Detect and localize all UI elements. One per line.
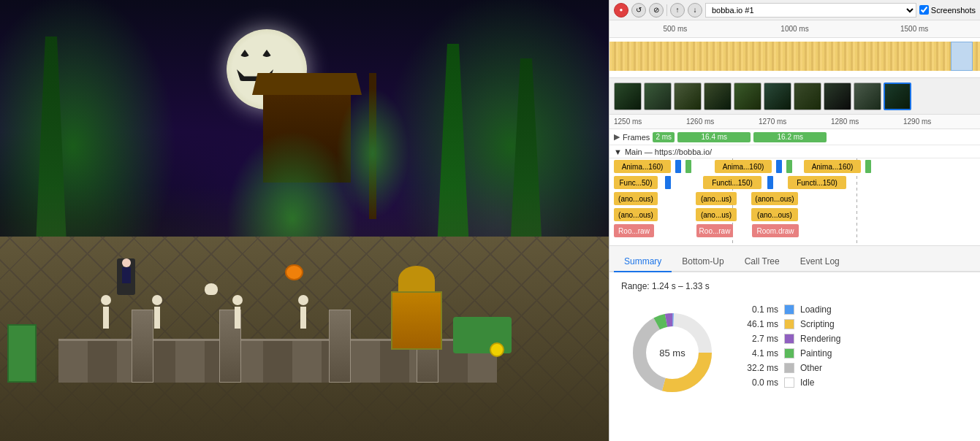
call-block-room-3[interactable]: Room.draw	[752, 224, 799, 237]
legend-painting-value: 4.1 ms	[738, 348, 778, 358]
skeleton-3	[227, 295, 248, 339]
pumpkin	[285, 264, 303, 280]
tabs-bar: Summary Bottom-Up Call Tree Event Log	[609, 246, 980, 272]
legend-painting-name: Painting	[800, 348, 832, 358]
overview-selection	[951, 42, 973, 71]
call-block-room-2[interactable]: Roo...raw	[696, 224, 733, 237]
call-block-anima-1[interactable]: Anima...160)	[614, 160, 671, 173]
screenshot-checkbox[interactable]	[919, 5, 929, 15]
frame-thumb-10-selected[interactable]	[884, 83, 911, 110]
clear-button[interactable]: ⊘	[649, 3, 664, 18]
tab-event-log[interactable]: Event Log	[790, 252, 850, 272]
frame-thumb-6[interactable]	[764, 83, 791, 110]
record-button[interactable]: ●	[614, 3, 628, 18]
overview-activity	[609, 42, 980, 71]
ruler-mark-1000: 1000 ms	[735, 25, 855, 33]
divider-1	[666, 4, 667, 16]
skeleton-2	[146, 295, 168, 339]
frames-label: Frames	[623, 133, 650, 142]
legend-scripting-value: 46.1 ms	[738, 319, 778, 329]
frame-block-2[interactable]: 16.4 ms	[677, 132, 751, 142]
thread-expand-icon[interactable]: ▼	[614, 147, 622, 156]
frame-thumb-2[interactable]	[644, 83, 672, 110]
legend: 0.1 ms Loading 46.1 ms Scripting 2.7 ms …	[738, 304, 840, 388]
screenshot-checkbox-area: Screenshots	[919, 5, 976, 15]
game-background	[0, 0, 609, 441]
overview-chart[interactable]	[609, 38, 980, 78]
call-block-anima-3[interactable]: Anima...160)	[804, 160, 861, 173]
toolbar: ● ↺ ⊘ ↑ ↓ bobba.io #1 Screenshots	[609, 0, 980, 20]
call-block-func-2[interactable]: Functi...150)	[703, 176, 761, 189]
legend-loading-value: 0.1 ms	[738, 304, 778, 315]
frame-thumb-3[interactable]	[674, 83, 702, 110]
frame-thumb-9[interactable]	[854, 83, 881, 110]
call-block-anon-2[interactable]: (ano...us)	[696, 192, 737, 205]
call-block-anon-3[interactable]: (anon...ous)	[751, 192, 798, 205]
upload-button[interactable]: ↑	[670, 3, 685, 18]
call-block-anima-2[interactable]: Anima...160)	[715, 160, 772, 173]
mini-blue-4	[767, 176, 773, 189]
legend-painting: 4.1 ms Painting	[738, 348, 840, 358]
sub-mark-1260: 1260 ms	[686, 118, 759, 126]
mini-blue-2	[776, 160, 782, 173]
frame-thumb-4[interactable]	[704, 83, 732, 110]
sub-ruler: 1250 ms 1260 ms 1270 ms 1280 ms 1290 ms	[609, 115, 980, 129]
tab-call-tree[interactable]: Call Tree	[734, 252, 790, 272]
devtools-panel: ● ↺ ⊘ ↑ ↓ bobba.io #1 Screenshots 500 ms…	[609, 0, 980, 441]
mini-green-1	[685, 160, 691, 173]
donut-chart: 85 ms	[621, 302, 723, 404]
loading-swatch	[784, 304, 794, 315]
screenshot-label: Screenshots	[931, 6, 976, 15]
frame-thumb-8[interactable]	[824, 83, 851, 110]
frame-thumb-5[interactable]	[734, 83, 761, 110]
main-thread-header: ▼ Main — https://bobba.io/	[609, 145, 980, 158]
other-swatch	[784, 363, 794, 373]
frames-row: ▶ Frames 2 ms 16.4 ms 16.2 ms	[609, 129, 980, 145]
skeleton-1	[95, 295, 117, 339]
frame-strip	[609, 78, 980, 115]
call-row-4: (ano...ous) (ano...us) (ano...ous)	[609, 207, 980, 223]
sub-mark-1280: 1280 ms	[831, 118, 903, 126]
legend-idle-value: 0.0 ms	[738, 377, 778, 388]
frame-block-1[interactable]: 2 ms	[653, 132, 675, 142]
sub-mark-1290: 1290 ms	[903, 118, 976, 126]
skeleton-4	[292, 295, 314, 339]
summary-content: 85 ms 0.1 ms Loading 46.1 ms Scripting 2…	[621, 302, 968, 404]
ruler-mark-1500: 1500 ms	[854, 25, 974, 33]
ruler-mark-500: 500 ms	[615, 25, 735, 33]
domed-building	[387, 266, 446, 353]
call-block-anon-6[interactable]: (ano...ous)	[751, 208, 798, 221]
legend-loading: 0.1 ms Loading	[738, 304, 840, 315]
legend-loading-name: Loading	[800, 304, 832, 315]
reload-button[interactable]: ↺	[631, 3, 646, 18]
legend-idle-name: Idle	[800, 377, 814, 388]
tab-summary[interactable]: Summary	[614, 252, 672, 272]
game-panel	[0, 0, 609, 441]
mini-green-2	[786, 160, 792, 173]
call-block-func-3[interactable]: Functi...150)	[788, 176, 846, 189]
legend-rendering-value: 2.7 ms	[738, 334, 778, 344]
call-stack: Anima...160) Anima...160) Anima...160) F…	[609, 158, 980, 246]
timeline-ruler: 500 ms 1000 ms 1500 ms	[609, 20, 980, 38]
call-row-5: Roo...raw Roo...raw Room.draw	[609, 223, 980, 239]
frame-thumb-1[interactable]	[614, 83, 642, 110]
frames-expand[interactable]: ▶	[614, 132, 620, 142]
legend-other: 32.2 ms Other	[738, 363, 840, 373]
idle-swatch	[784, 377, 794, 388]
profile-select[interactable]: bobba.io #1	[705, 3, 916, 18]
call-block-room-1[interactable]: Roo...raw	[614, 224, 654, 237]
legend-other-name: Other	[800, 363, 822, 373]
tab-bottom-up[interactable]: Bottom-Up	[672, 252, 734, 272]
frame-thumb-7[interactable]	[794, 83, 821, 110]
call-block-anon-5[interactable]: (ano...us)	[696, 208, 737, 221]
legend-rendering: 2.7 ms Rendering	[738, 334, 840, 344]
download-button[interactable]: ↓	[688, 3, 702, 18]
call-block-anon-1[interactable]: (ano...ous)	[614, 192, 658, 205]
call-block-func-1[interactable]: Func...50)	[614, 176, 658, 189]
sub-mark-1270: 1270 ms	[759, 118, 831, 126]
painting-swatch	[784, 348, 794, 358]
range-text: Range: 1.24 s – 1.33 s	[621, 281, 968, 291]
frame-block-3[interactable]: 16.2 ms	[753, 132, 827, 142]
summary-panel: Range: 1.24 s – 1.33 s	[609, 272, 980, 441]
call-block-anon-4[interactable]: (ano...ous)	[614, 208, 658, 221]
